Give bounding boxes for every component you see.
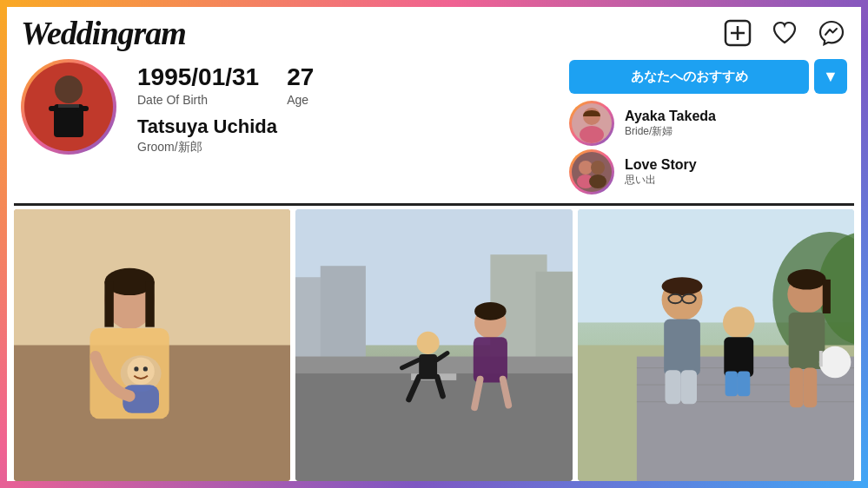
suggested-item-ayaka[interactable]: Ayaka Takeda Bride/新婦 (569, 101, 847, 146)
svg-point-24 (134, 366, 138, 371)
ayaka-role: Bride/新婦 (625, 124, 716, 139)
svg-rect-31 (536, 272, 573, 368)
app-logo: Weddingram (21, 14, 186, 52)
svg-point-69 (818, 346, 851, 379)
svg-rect-71 (790, 368, 804, 408)
svg-rect-7 (58, 104, 79, 108)
svg-point-11 (591, 161, 605, 175)
ayaka-info: Ayaka Takeda Bride/新婦 (625, 109, 716, 139)
lovestory-avatar (572, 152, 612, 192)
photo-2 (295, 209, 572, 481)
right-panel: あなたへのおすすめ ▼ (569, 59, 847, 195)
svg-point-25 (143, 366, 148, 371)
age-label: Age (287, 93, 308, 107)
heart-icon[interactable] (769, 17, 800, 49)
age-value: 27 (287, 64, 314, 91)
profile-name: Tatsuya Uchida (137, 115, 314, 138)
top-bar: Weddingram (7, 7, 861, 56)
recommendation-button[interactable]: あなたへのおすすめ (569, 60, 809, 94)
svg-rect-68 (822, 280, 830, 313)
dropdown-button[interactable]: ▼ (814, 59, 847, 94)
svg-rect-70 (818, 351, 822, 366)
lovestory-info: Love Story 思い出 (625, 157, 697, 188)
svg-point-61 (723, 307, 755, 339)
dob-label: Date Of Birth (137, 93, 208, 107)
svg-rect-63 (725, 371, 737, 396)
svg-point-3 (55, 76, 83, 103)
svg-rect-62 (724, 337, 753, 377)
svg-rect-20 (104, 281, 113, 326)
svg-rect-57 (680, 370, 696, 404)
svg-rect-36 (420, 354, 438, 379)
age-block: 27 Age (287, 64, 314, 107)
svg-point-13 (589, 175, 606, 188)
svg-point-35 (417, 332, 440, 354)
top-icons (722, 17, 847, 49)
svg-point-9 (580, 126, 604, 143)
svg-rect-42 (474, 337, 507, 382)
ayaka-avatar (572, 103, 612, 143)
svg-rect-29 (321, 266, 366, 367)
dob-block: 1995/01/31 Date Of Birth (137, 64, 259, 107)
lovestory-name: Love Story (625, 157, 697, 173)
svg-rect-72 (803, 368, 817, 408)
add-icon[interactable] (722, 17, 753, 49)
profile-role: Groom/新郎 (137, 140, 314, 155)
lovestory-role: 思い出 (625, 173, 697, 188)
svg-rect-21 (145, 281, 154, 326)
divider (14, 203, 854, 206)
svg-point-43 (474, 302, 507, 320)
recommendation-bar: あなたへのおすすめ ▼ (569, 59, 847, 94)
svg-rect-56 (665, 370, 680, 404)
lovestory-avatar-ring (569, 149, 614, 195)
svg-rect-55 (664, 320, 700, 376)
suggested-list: Ayaka Takeda Bride/新婦 (569, 101, 847, 195)
dob-value: 1995/01/31 (137, 64, 259, 91)
svg-rect-64 (738, 371, 750, 396)
avatar (21, 59, 116, 155)
photo-3 (578, 209, 854, 481)
photo-1 (14, 209, 290, 481)
svg-rect-32 (295, 368, 572, 481)
svg-point-58 (661, 277, 702, 295)
svg-point-67 (787, 269, 825, 289)
ayaka-avatar-ring (569, 101, 614, 146)
ayaka-name: Ayaka Takeda (625, 109, 716, 124)
svg-point-10 (579, 161, 593, 175)
profile-info: 1995/01/31 Date Of Birth 27 Age Tatsuya … (137, 59, 314, 155)
suggested-item-lovestory[interactable]: Love Story 思い出 (569, 149, 847, 195)
svg-point-23 (127, 358, 154, 385)
messenger-icon[interactable] (816, 17, 847, 49)
photo-grid (7, 209, 861, 481)
